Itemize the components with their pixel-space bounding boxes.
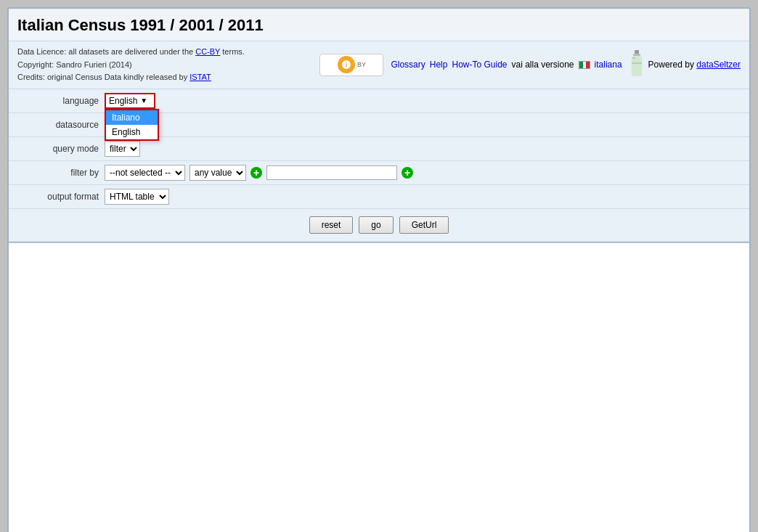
howto-link[interactable]: How-To Guide [452, 60, 507, 70]
output-format-select[interactable]: HTML table [105, 189, 169, 205]
results-area [9, 242, 749, 532]
info-bar: Data Licence: all datasets are delivered… [9, 41, 749, 89]
filter-by-row: filter by --not selected -- any value + … [9, 161, 749, 185]
go-button[interactable]: go [359, 216, 393, 234]
output-format-label: output format [17, 192, 105, 202]
filter-by-label: filter by [17, 168, 105, 178]
language-dropdown: Italiano English [105, 109, 159, 141]
filter-by-select[interactable]: --not selected -- [105, 165, 185, 181]
add-filter-value-icon[interactable]: + [402, 167, 413, 179]
language-select-display[interactable]: English ▼ [105, 93, 155, 109]
query-mode-label: query mode [17, 144, 105, 154]
powered-text: Powered by dataSeltzer [648, 60, 741, 70]
lang-option-italiano[interactable]: Italiano [106, 110, 158, 125]
svg-rect-0 [635, 50, 639, 54]
powered-label: Powered by [648, 60, 694, 70]
language-wrapper: English ▼ Italiano English [105, 93, 155, 109]
dataseltzer-link[interactable]: dataSeltzer [696, 60, 741, 70]
cc-icon: i [338, 56, 355, 73]
copyright-text: Copyright: Sandro Furieri (2014) [17, 59, 245, 72]
credits-text: Credits: original Census Data kindly rel… [17, 73, 187, 81]
query-mode-select[interactable]: filter [105, 141, 140, 157]
form-area: language English ▼ Italiano English data… [9, 89, 749, 242]
output-format-row: output format HTML table [9, 185, 749, 209]
page-title: Italian Census 1991 / 2001 / 2011 [9, 9, 749, 41]
datasource-label: datasource [17, 120, 105, 130]
info-left: Data Licence: all datasets are delivered… [17, 46, 245, 84]
query-mode-control: filter [105, 141, 140, 157]
licence-text: Data Licence: all datasets are delivered… [17, 47, 193, 56]
italiana-link[interactable]: italiana [595, 60, 622, 70]
svg-rect-2 [632, 56, 642, 76]
filter-value-input[interactable] [266, 165, 397, 180]
buttons-row: reset go GetUrl [9, 209, 749, 242]
licence-suffix: terms. [222, 47, 245, 56]
language-label: language [17, 96, 105, 106]
language-control: English ▼ Italiano English [105, 93, 155, 109]
filter-by-control: --not selected -- any value + + [105, 165, 413, 181]
nav-links: Glossary Help How-To Guide vai alla vers… [391, 60, 622, 70]
filter-any-value-select[interactable]: any value [190, 165, 246, 181]
output-format-control: HTML table [105, 189, 169, 205]
svg-rect-1 [633, 54, 640, 56]
glossary-link[interactable]: Glossary [391, 60, 425, 70]
cc-badge: i BY [319, 54, 383, 76]
istat-link[interactable]: ISTAT [190, 73, 211, 81]
get-url-button[interactable]: GetUrl [399, 216, 449, 234]
bottle-icon [629, 50, 644, 79]
italian-flag-icon [579, 61, 590, 69]
main-window: Italian Census 1991 / 2001 / 2011 Data L… [7, 7, 751, 532]
info-right: i BY Glossary Help How-To Guide vai alla… [319, 50, 741, 79]
add-filter-icon[interactable]: + [250, 167, 262, 179]
powered-section: Powered by dataSeltzer [629, 50, 741, 79]
by-label: BY [357, 61, 366, 68]
language-arrow-icon: ▼ [140, 97, 151, 105]
language-selected-value: English [109, 96, 137, 106]
cc-inner-icon: i [341, 59, 352, 70]
cc-by-link[interactable]: CC-BY [195, 47, 220, 56]
language-row: language English ▼ Italiano English [9, 89, 749, 113]
svg-rect-3 [632, 57, 635, 59]
lang-option-english[interactable]: English [106, 125, 158, 139]
help-link[interactable]: Help [430, 60, 448, 70]
vai-text: vai alla versione [512, 60, 574, 70]
reset-button[interactable]: reset [309, 216, 354, 234]
